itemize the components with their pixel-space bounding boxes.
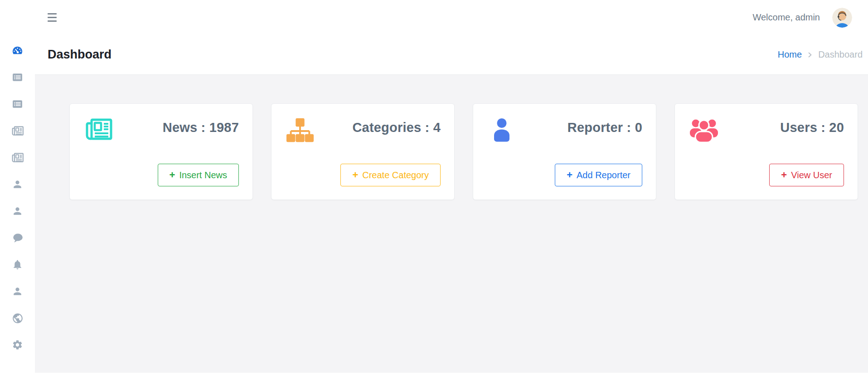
sidebar-nav [0,35,35,380]
news-card: News : 1987 + Insert News [69,103,253,200]
sidebar-item-dashboard[interactable] [0,37,35,64]
tachometer-icon [11,44,24,57]
sidebar-item-users[interactable] [0,198,35,224]
news-count: News : 1987 [163,120,239,135]
menu-toggle-button[interactable] [47,11,58,24]
page-header: Dashboard Home Dashboard [35,35,868,75]
sidebar-item-news-2[interactable] [0,144,35,171]
user-icon [12,179,23,190]
sidebar-item-comments[interactable] [0,224,35,251]
gear-icon [12,339,23,351]
sidebar-item-website[interactable] [0,305,35,331]
page-body: Dashboard Home Dashboard [0,35,868,380]
user-icon [12,286,23,297]
view-user-button[interactable]: + View User [769,164,844,186]
add-reporter-button[interactable]: + Add Reporter [555,164,642,186]
sidebar-item-notifications[interactable] [0,251,35,278]
footer [35,373,868,380]
button-label: Insert News [179,170,227,180]
hamburger-icon [48,13,57,15]
reporter-count: Reporter : 0 [567,120,642,135]
page-title: Dashboard [48,48,112,62]
sidebar-item-list-1[interactable] [0,64,35,91]
chevron-right-icon [806,51,814,58]
insert-news-button[interactable]: + Insert News [158,164,239,186]
welcome-text: Welcome, admin [752,12,820,23]
users-count: Users : 20 [780,120,844,135]
users-icon [689,117,718,143]
list-icon [12,98,23,110]
sidebar-item-settings[interactable] [0,331,35,358]
content: News : 1987 + Insert News [35,75,868,373]
newspaper-icon [11,126,24,136]
topbar: Welcome, admin [0,0,868,35]
breadcrumb-current: Dashboard [818,49,863,60]
users-card: Users : 20 + View User [674,103,858,200]
reporter-card: Reporter : 0 + Add Reporter [473,103,656,200]
newspaper-icon [84,117,113,141]
bell-icon [12,259,23,270]
admin-dashboard-app: Welcome, admin [0,0,868,380]
categories-card: Categories : 4 + Create Category [271,103,455,200]
plus-icon: + [352,170,358,180]
breadcrumb: Home Dashboard [778,49,863,60]
categories-count: Categories : 4 [352,120,441,135]
plus-icon: + [781,170,787,180]
user-icon [12,205,23,217]
list-icon [12,72,23,83]
plus-icon: + [170,170,175,180]
topbar-right: Welcome, admin [752,8,852,28]
button-label: Add Reporter [577,170,630,180]
globe-icon [12,312,24,324]
sitemap-icon [286,117,314,143]
user-icon [490,117,513,142]
comment-icon [12,232,24,244]
stat-cards-row: News : 1987 + Insert News [35,75,868,200]
user-avatar[interactable] [832,8,852,28]
sidebar-item-profile[interactable] [0,278,35,305]
create-category-button[interactable]: + Create Category [340,164,441,186]
button-label: Create Category [362,170,429,180]
avatar-image [832,8,852,28]
main-area: Dashboard Home Dashboard [35,35,868,380]
sidebar-item-list-2[interactable] [0,91,35,117]
sidebar-item-reporter[interactable] [0,171,35,198]
button-label: View User [791,170,832,180]
newspaper-icon [11,152,24,163]
plus-icon: + [567,170,572,180]
sidebar-item-news-1[interactable] [0,117,35,144]
breadcrumb-home-link[interactable]: Home [778,49,802,60]
